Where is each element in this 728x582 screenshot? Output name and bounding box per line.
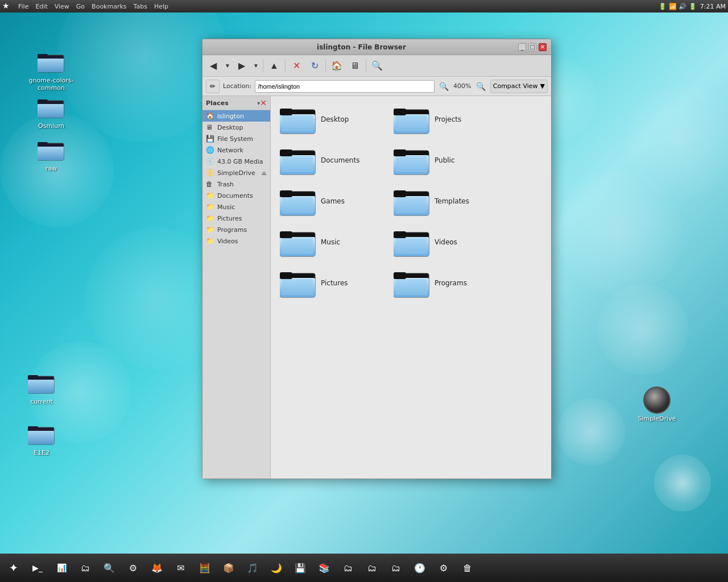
desktop-icon-gnome[interactable]: gnome-colors-common xyxy=(28,48,74,92)
forward-dropdown[interactable]: ▼ xyxy=(251,57,260,74)
pictures-icon: 📁 xyxy=(206,214,215,222)
svg-rect-17 xyxy=(280,109,292,115)
location-bar: ✏ Location: 🔍 400% 🔍 Compact View ▼ xyxy=(202,77,551,96)
menu-help[interactable]: Help xyxy=(151,2,172,11)
file-item-templates[interactable]: Templates xyxy=(390,184,498,219)
islington-icon: 🏠 xyxy=(206,112,215,120)
taskbar-icon-gear[interactable]: ⚙ xyxy=(122,556,144,579)
stop-button[interactable]: ✕ xyxy=(288,57,305,74)
taskbar-icon-terminal[interactable]: ▶_ xyxy=(26,556,49,579)
file-name: Documents xyxy=(321,156,359,164)
file-item-pictures[interactable]: Pictures xyxy=(276,265,384,301)
up-button[interactable]: ▲ xyxy=(266,57,283,74)
toolbar-separator xyxy=(366,59,366,73)
menu-go[interactable]: Go xyxy=(73,2,88,11)
file-browser-window: islington - File Browser _ □ ✕ ◀ ▼ ▶ ▼ ▲… xyxy=(202,39,552,479)
taskbar-icon-usb[interactable]: 💾 xyxy=(289,556,312,579)
sidebar-item-label: Programs xyxy=(217,226,247,234)
sidebar-item-programs[interactable]: 📁 Programs xyxy=(202,224,270,235)
location-input[interactable] xyxy=(255,80,434,93)
menu-bookmarks[interactable]: Bookmarks xyxy=(88,2,130,11)
maximize-button[interactable]: □ xyxy=(528,43,536,51)
back-button[interactable]: ◀ xyxy=(205,57,222,74)
menubar: ★ File Edit View Go Bookmarks Tabs Help … xyxy=(0,0,728,13)
sidebar-close-button[interactable]: ✕ xyxy=(260,98,267,107)
taskbar-icon-trash[interactable]: 🗑 xyxy=(456,556,479,579)
file-item-music[interactable]: Music xyxy=(276,225,384,260)
desktop-icon-current[interactable]: current xyxy=(19,369,64,405)
sidebar-item-islington[interactable]: 🏠 islington xyxy=(202,110,270,122)
file-item-videos[interactable]: Videos xyxy=(390,225,498,260)
forward-button[interactable]: ▶ xyxy=(233,57,250,74)
search-button[interactable]: 🔍 xyxy=(369,57,386,74)
svg-rect-14 xyxy=(28,426,38,431)
location-edit-button[interactable]: ✏ xyxy=(206,80,220,93)
sidebar-item-trash[interactable]: 🗑 Trash xyxy=(202,178,270,190)
svg-rect-49 xyxy=(280,272,292,279)
back-dropdown[interactable]: ▼ xyxy=(223,57,232,74)
view-mode-select[interactable]: Compact View ▼ xyxy=(490,80,548,93)
file-item-programs[interactable]: Programs xyxy=(390,265,498,301)
taskbar-icon-mail[interactable]: ✉ xyxy=(169,556,192,579)
taskbar-icon-calc[interactable]: 🧮 xyxy=(193,556,216,579)
taskbar-icon-sysmon[interactable]: 📊 xyxy=(50,556,73,579)
desktop-icon-e1e2[interactable]: E1E2 xyxy=(19,421,64,456)
taskbar-icon-settings[interactable]: ⚙ xyxy=(432,556,455,579)
file-grid: Desktop Projects xyxy=(271,96,551,479)
desktop-icon-osmium[interactable]: Osmium xyxy=(28,94,74,130)
file-item-public[interactable]: Public xyxy=(390,143,498,178)
taskbar-icon-fb1[interactable]: 🗂 xyxy=(337,556,359,579)
location-label: Location: xyxy=(223,82,251,90)
folder-icon-videos xyxy=(394,227,430,257)
taskbar-icon-wallpaper[interactable]: 🌙 xyxy=(265,556,288,579)
sidebar-item-pictures[interactable]: 📁 Pictures xyxy=(202,213,270,224)
sidebar-item-desktop[interactable]: 🖥 Desktop xyxy=(202,122,270,133)
svg-rect-8 xyxy=(38,142,48,147)
taskbar-icon-uxtheme[interactable]: ✦ xyxy=(2,556,25,579)
folder-icon-programs xyxy=(394,268,430,298)
svg-rect-7 xyxy=(38,147,64,160)
sidebar-item-music[interactable]: 📁 Music xyxy=(202,201,270,213)
computer-button[interactable]: 🖥 xyxy=(346,57,363,74)
menu-edit[interactable]: Edit xyxy=(32,2,51,11)
taskbar-icon-firefox[interactable]: 🦊 xyxy=(146,556,168,579)
taskbar-icon-search[interactable]: 🔍 xyxy=(98,556,121,579)
home-button[interactable]: 🏠 xyxy=(328,57,345,74)
zoom-out-button[interactable]: 🔍 xyxy=(438,81,450,92)
taskbar-icon-fb2[interactable]: 🗂 xyxy=(361,556,383,579)
folder-icon-projects xyxy=(394,104,430,135)
simpledrive-sidebar-icon: 📀 xyxy=(206,169,215,177)
minimize-button[interactable]: _ xyxy=(518,43,526,51)
desktop-icon-raw[interactable]: raw xyxy=(28,136,74,172)
taskbar-icon-clock[interactable]: 🕐 xyxy=(408,556,431,579)
file-item-projects[interactable]: Projects xyxy=(390,102,498,137)
zoom-in-button[interactable]: 🔍 xyxy=(475,81,487,92)
menu-view[interactable]: View xyxy=(51,2,73,11)
desktop-icon-simpledrive[interactable]: SimpleDrive xyxy=(634,386,680,422)
sidebar-header: Places ▾ ✕ xyxy=(202,96,270,110)
sidebar-item-documents[interactable]: 📁 Documents xyxy=(202,190,270,201)
taskbar-icon-fb3[interactable]: 🗂 xyxy=(384,556,407,579)
close-button[interactable]: ✕ xyxy=(539,43,547,51)
sidebar-item-media[interactable]: 💿 43.0 GB Media xyxy=(202,156,270,167)
menu-file[interactable]: File xyxy=(15,2,32,11)
file-name: Projects xyxy=(435,115,461,123)
taskbar-icon-media[interactable]: 🎵 xyxy=(241,556,264,579)
sidebar-item-videos[interactable]: 📁 Videos xyxy=(202,235,270,247)
file-item-desktop[interactable]: Desktop xyxy=(276,102,384,137)
sidebar-item-network[interactable]: 🌐 Network xyxy=(202,144,270,156)
menubar-right: 🔋 📶 🔊 🔋 7:21 AM xyxy=(659,3,726,10)
music-icon: 📁 xyxy=(206,203,215,211)
menu-tabs[interactable]: Tabs xyxy=(130,2,151,11)
sidebar-item-filesystem[interactable]: 💾 File System xyxy=(202,133,270,144)
file-item-games[interactable]: Games xyxy=(276,184,384,219)
svg-rect-29 xyxy=(394,149,406,156)
eject-icon[interactable]: ⏏ xyxy=(262,170,267,176)
svg-rect-30 xyxy=(396,156,427,172)
refresh-button[interactable]: ↻ xyxy=(306,57,323,74)
taskbar-icon-books[interactable]: 📚 xyxy=(313,556,336,579)
taskbar-icon-files[interactable]: 🗂 xyxy=(74,556,97,579)
taskbar-icon-package[interactable]: 📦 xyxy=(217,556,240,579)
sidebar-item-simpledrive[interactable]: 📀 SimpleDrive ⏏ xyxy=(202,167,270,178)
file-item-documents[interactable]: Documents xyxy=(276,143,384,178)
